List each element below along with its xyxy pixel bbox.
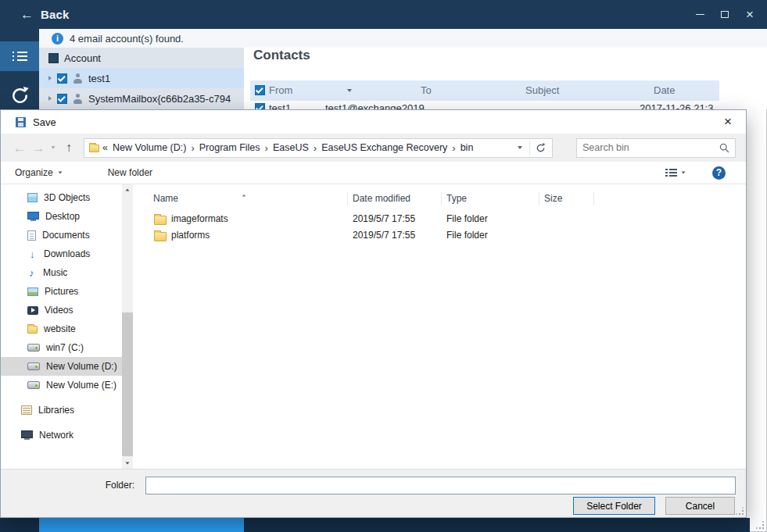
- sidebar-item-desktop[interactable]: Desktop: [1, 207, 122, 226]
- column-to[interactable]: To: [421, 84, 432, 96]
- change-view-button[interactable]: [665, 168, 686, 177]
- sidebar-scrollbar[interactable]: [122, 184, 133, 469]
- mailbox-icon: [73, 94, 83, 104]
- column-subject[interactable]: Subject: [525, 84, 559, 96]
- account-checkbox[interactable]: [48, 53, 59, 63]
- file-name: imageformats: [171, 213, 228, 224]
- sidebar-item-videos[interactable]: Videos: [1, 301, 122, 320]
- sidebar-item-new-volume-d[interactable]: New Volume (D:): [1, 357, 122, 376]
- organize-button[interactable]: Organize: [15, 167, 63, 178]
- sidebar-item-music[interactable]: Music: [1, 263, 122, 282]
- breadcrumb-separator-icon[interactable]: ›: [263, 142, 271, 154]
- account-label: Account: [64, 52, 101, 64]
- help-button[interactable]: ?: [712, 166, 726, 180]
- sidebar-item-label: Libraries: [38, 405, 74, 416]
- breadcrumb-segment[interactable]: EaseUS Exchange Recovery: [319, 142, 450, 153]
- menu-button[interactable]: [0, 41, 39, 71]
- sidebar-item-website[interactable]: website: [1, 320, 122, 338]
- systemmailbox-checkbox[interactable]: [57, 94, 67, 104]
- contacts-title: Contacts: [253, 48, 310, 63]
- search-input[interactable]: [582, 142, 719, 153]
- sidebar-item-documents[interactable]: Documents: [1, 226, 122, 245]
- contacts-panel: Contacts From To Subject Date test1 test…: [244, 48, 767, 109]
- tree-row-test1[interactable]: test1: [39, 68, 244, 88]
- mailbox-icon: [73, 73, 83, 84]
- sidebar-item-downloads[interactable]: Downloads: [1, 245, 122, 263]
- sidebar-item-pictures[interactable]: Pictures: [1, 282, 122, 301]
- minimize-button[interactable]: [687, 0, 712, 29]
- dialog-resize-grip[interactable]: [736, 507, 744, 515]
- new-folder-button[interactable]: New folder: [108, 167, 152, 178]
- dialog-title: Save: [33, 116, 56, 128]
- breadcrumb-segment[interactable]: EaseUS: [271, 142, 311, 153]
- recovery-button[interactable]: [0, 80, 39, 110]
- info-bar: i 4 email account(s) found.: [39, 29, 767, 48]
- desktop-icon: [27, 212, 39, 220]
- column-date-modified[interactable]: Date modified: [353, 193, 410, 204]
- libraries-icon: [21, 405, 32, 415]
- select-folder-button[interactable]: Select Folder: [573, 497, 655, 515]
- expander-icon[interactable]: [48, 76, 52, 80]
- scrollbar-thumb[interactable]: [122, 312, 133, 456]
- expander-icon[interactable]: [48, 96, 52, 101]
- nav-history-dropdown[interactable]: [48, 146, 59, 149]
- row-date: 2017-11-26 21:3: [640, 102, 713, 109]
- file-row-imageformats[interactable]: imageformats 2019/5/7 17:55 File folder: [135, 211, 746, 227]
- breadcrumb-segment[interactable]: bin: [458, 142, 476, 153]
- column-size[interactable]: Size: [544, 193, 562, 204]
- details-view-icon: [665, 168, 677, 177]
- breadcrumb-overflow-icon[interactable]: «: [99, 142, 110, 153]
- contacts-row-partial[interactable]: test1 test1@exchange2019 2017-11-26 21:3: [250, 101, 719, 109]
- maximize-button[interactable]: [712, 0, 737, 29]
- sidebar-item-3d-objects[interactable]: 3D Objects: [1, 188, 122, 207]
- window-resize-grip[interactable]: [756, 521, 764, 529]
- from-dropdown-icon[interactable]: [347, 89, 352, 92]
- select-all-checkbox[interactable]: [255, 85, 265, 95]
- nav-forward-button[interactable]: →: [29, 141, 48, 155]
- address-dropdown-icon[interactable]: [514, 146, 526, 149]
- breadcrumb-separator-icon[interactable]: ›: [188, 142, 196, 154]
- sidebar-item-win7-c[interactable]: win7 (C:): [1, 338, 122, 357]
- sidebar-item-label: 3D Objects: [44, 192, 90, 203]
- close-icon: ×: [746, 8, 754, 21]
- column-type[interactable]: Type: [446, 193, 467, 204]
- refresh-icon: [536, 143, 546, 153]
- file-row-platforms[interactable]: platforms 2019/5/7 17:55 File folder: [135, 227, 746, 244]
- column-date[interactable]: Date: [654, 84, 675, 96]
- breadcrumb-separator-icon[interactable]: ›: [311, 142, 319, 154]
- nav-back-button[interactable]: ←: [10, 141, 29, 155]
- dialog-titlebar: Save ×: [1, 110, 746, 134]
- breadcrumb-segment[interactable]: New Volume (D:): [110, 142, 188, 153]
- folder-name-input[interactable]: [145, 477, 736, 495]
- sidebar-item-label: Downloads: [44, 248, 90, 259]
- breadcrumb-separator-icon[interactable]: ›: [450, 142, 457, 154]
- file-list: Name Date modified Type Size imageformat…: [135, 184, 746, 469]
- column-from[interactable]: From: [269, 84, 292, 96]
- search-icon[interactable]: [719, 143, 729, 153]
- drive-icon: [27, 381, 40, 389]
- dialog-close-button[interactable]: ×: [710, 110, 746, 134]
- close-button[interactable]: ×: [737, 0, 762, 29]
- tree-row-account[interactable]: Account: [39, 48, 244, 68]
- cancel-button[interactable]: Cancel: [665, 497, 735, 515]
- row-checkbox[interactable]: [255, 103, 265, 109]
- back-button[interactable]: ← Back: [20, 8, 70, 21]
- scroll-down-button[interactable]: [122, 458, 133, 469]
- sidebar-item-network[interactable]: Network: [1, 426, 122, 445]
- breadcrumb-segment[interactable]: Program Files: [197, 142, 263, 153]
- sidebar-item-label: website: [44, 323, 76, 334]
- sidebar-item-new-volume-e[interactable]: New Volume (E:): [1, 376, 122, 395]
- window-controls: ×: [687, 0, 762, 29]
- sidebar-item-label: Music: [43, 267, 67, 278]
- address-bar[interactable]: « New Volume (D:) › Program Files › Ease…: [84, 138, 553, 158]
- drive-icon: [27, 344, 40, 352]
- tree-row-systemmailbox[interactable]: SystemMailbox{c66b2a35-c794: [39, 88, 244, 109]
- refresh-button[interactable]: [533, 143, 550, 153]
- network-icon: [21, 430, 33, 438]
- scroll-up-button[interactable]: [122, 184, 133, 195]
- test1-checkbox[interactable]: [57, 73, 67, 84]
- column-name[interactable]: Name: [153, 193, 178, 204]
- nav-up-button[interactable]: ↑: [59, 141, 79, 154]
- downloads-icon: [27, 249, 38, 259]
- sidebar-item-libraries[interactable]: Libraries: [1, 401, 122, 420]
